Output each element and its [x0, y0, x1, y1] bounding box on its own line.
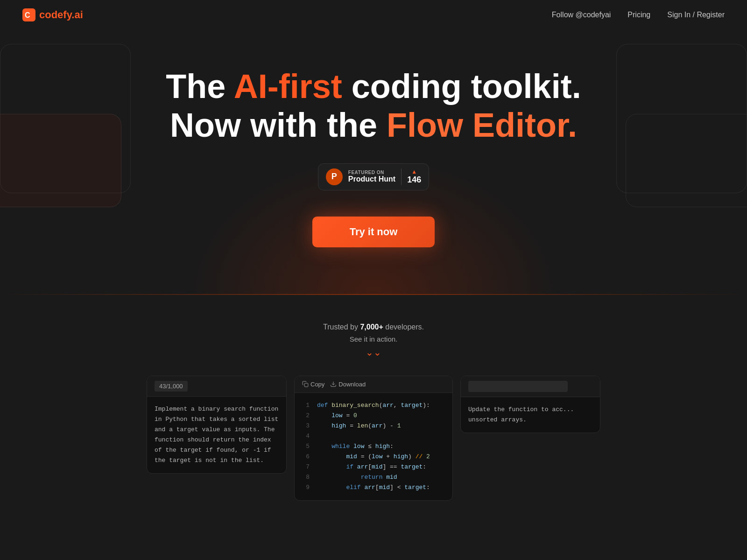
scroll-arrows: ⌄⌄: [22, 348, 725, 357]
download-button[interactable]: Download: [330, 381, 366, 388]
navbar: C codefy.ai Follow @codefyai Pricing Sig…: [0, 0, 747, 30]
signin-link[interactable]: Sign In / Register: [667, 11, 725, 19]
svg-rect-2: [304, 383, 308, 387]
prompt-input-panel: 43/1,000 Implement a binary search funct…: [147, 376, 287, 474]
prompt-text[interactable]: Implement a binary search function in Py…: [147, 397, 286, 474]
see-in-action[interactable]: See it in action.: [22, 335, 725, 343]
logo-text: codefy.ai: [39, 9, 83, 21]
trusted-section: Trusted by 7,000+ developers. See it in …: [0, 295, 747, 366]
code-output-panel: Copy Download 1def binary_search(arr, ta…: [294, 376, 453, 501]
prompt-panel-header: 43/1,000: [147, 376, 286, 397]
code-section: 43/1,000 Implement a binary search funct…: [0, 366, 747, 511]
ph-votes-arrow: ▲: [411, 168, 417, 175]
update-text[interactable]: Update the function to acc... unsorted a…: [461, 397, 600, 433]
trusted-text: Trusted by 7,000+ developers.: [22, 323, 725, 331]
update-panel-header: [461, 376, 600, 397]
code-toolbar: Copy Download: [302, 381, 366, 388]
nav-links: Follow @codefyai Pricing Sign In / Regis…: [552, 11, 725, 19]
copy-button[interactable]: Copy: [302, 381, 324, 388]
ph-featured-label: FEATURED ON: [348, 170, 395, 175]
update-bar: [468, 381, 568, 392]
ph-votes-count: 146: [407, 175, 421, 185]
logo-icon: C: [22, 8, 35, 21]
product-hunt-badge[interactable]: P FEATURED ON Product Hunt ▲ 146: [318, 163, 429, 190]
ph-votes: ▲ 146: [401, 168, 421, 185]
hero-title: The AI-first coding toolkit. Now with th…: [22, 67, 725, 145]
svg-text:C: C: [25, 11, 30, 19]
logo[interactable]: C codefy.ai: [22, 8, 83, 21]
char-counter: 43/1,000: [155, 381, 188, 392]
code-panel-header: Copy Download: [295, 376, 452, 393]
ph-text: FEATURED ON Product Hunt: [348, 170, 395, 183]
pricing-link[interactable]: Pricing: [627, 11, 650, 19]
code-lines: 1def binary_search(arr, target): 2 low =…: [295, 393, 452, 501]
follow-link[interactable]: Follow @codefyai: [552, 11, 611, 19]
hero-section: The AI-first coding toolkit. Now with th…: [0, 30, 747, 294]
ph-name: Product Hunt: [348, 175, 395, 183]
trusted-count: 7,000+: [360, 323, 383, 331]
ph-logo: P: [326, 168, 343, 185]
cta-button[interactable]: Try it now: [312, 217, 435, 247]
update-prompt-panel: Update the function to acc... unsorted a…: [460, 376, 600, 433]
